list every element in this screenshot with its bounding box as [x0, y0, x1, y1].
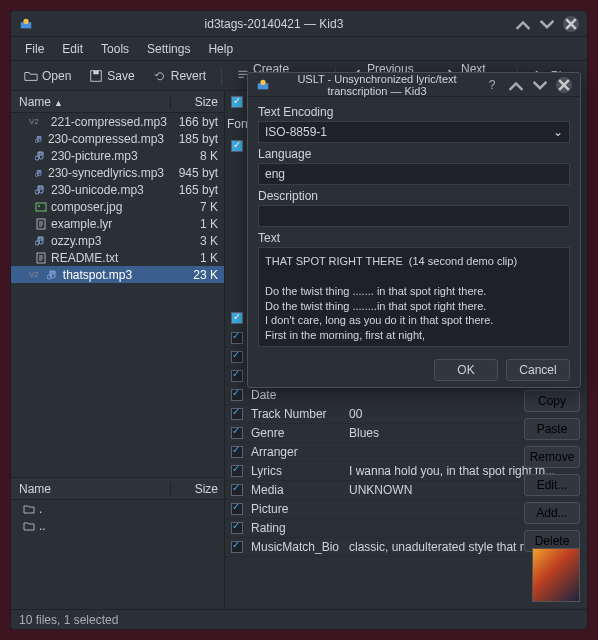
file-name: README.txt: [51, 251, 118, 265]
checkbox[interactable]: [231, 351, 243, 363]
remove-button[interactable]: Remove: [524, 446, 580, 468]
revert-icon: [153, 69, 167, 83]
file-row[interactable]: ozzy.mp33 K: [11, 232, 224, 249]
text-encoding-select[interactable]: ISO-8859-1⌄: [258, 121, 570, 143]
checkbox[interactable]: [231, 484, 243, 496]
header-name[interactable]: Name: [11, 482, 170, 496]
file-table-header[interactable]: Name▲ Size: [11, 91, 224, 113]
file-row[interactable]: V2221-compressed.mp3166 byt: [11, 113, 224, 130]
dir-table-header[interactable]: Name Size: [11, 478, 224, 500]
help-button[interactable]: ?: [484, 77, 500, 93]
header-name[interactable]: Name▲: [11, 95, 170, 109]
file-name: ozzy.mp3: [51, 234, 101, 248]
language-input[interactable]: eng: [258, 163, 570, 185]
svg-rect-3: [94, 70, 99, 74]
cancel-button[interactable]: Cancel: [506, 359, 570, 381]
checkbox[interactable]: [231, 503, 243, 515]
file-icon: [35, 184, 47, 196]
maximize-button[interactable]: [532, 77, 548, 93]
window-title: id3tags-20140421 — Kid3: [41, 17, 507, 31]
tag-name: Track Number: [249, 407, 343, 421]
side-buttons: Copy Paste Remove Edit... Add... Delete: [524, 390, 580, 552]
checkbox[interactable]: [231, 427, 243, 439]
maximize-button[interactable]: [539, 16, 555, 32]
menu-file[interactable]: File: [17, 39, 52, 59]
file-row[interactable]: 230-unicode.mp3165 byt: [11, 181, 224, 198]
file-row[interactable]: README.txt1 K: [11, 249, 224, 266]
paste-button[interactable]: Paste: [524, 418, 580, 440]
file-row[interactable]: 230-compressed.mp3185 byt: [11, 130, 224, 147]
file-icon: [35, 150, 47, 162]
checkbox[interactable]: [231, 541, 243, 553]
album-art[interactable]: [532, 548, 580, 602]
checkbox-icon[interactable]: [231, 96, 243, 108]
svg-point-1: [23, 18, 28, 23]
tag-name: Arranger: [249, 445, 343, 459]
app-icon: [256, 78, 270, 92]
checkbox[interactable]: [231, 522, 243, 534]
edit-button[interactable]: Edit...: [524, 474, 580, 496]
file-name: 221-compressed.mp3: [51, 115, 167, 129]
svg-rect-4: [36, 203, 46, 211]
file-table-body[interactable]: V2221-compressed.mp3166 byt230-compresse…: [11, 113, 224, 477]
file-row[interactable]: V2thatspot.mp323 K: [11, 266, 224, 283]
dialog-titlebar: USLT - Unsynchronized lyric/text transcr…: [248, 73, 580, 97]
file-row[interactable]: example.lyr1 K: [11, 215, 224, 232]
header-size[interactable]: Size: [170, 95, 224, 109]
file-icon: [35, 201, 47, 213]
add-button[interactable]: Add...: [524, 502, 580, 524]
ok-button[interactable]: OK: [434, 359, 498, 381]
chevron-down-icon: ⌄: [553, 125, 563, 139]
text-textarea[interactable]: THAT SPOT RIGHT THERE (14 second demo cl…: [258, 247, 570, 347]
checkbox[interactable]: [231, 389, 243, 401]
file-name: composer.jpg: [51, 200, 122, 214]
file-name: example.lyr: [51, 217, 112, 231]
folder-open-icon: [24, 69, 38, 83]
file-size: 8 K: [170, 149, 224, 163]
tag-name: Lyrics: [249, 464, 343, 478]
checkbox[interactable]: [231, 408, 243, 420]
tag-name: Date: [249, 388, 343, 402]
checkbox[interactable]: [231, 465, 243, 477]
titlebar: id3tags-20140421 — Kid3: [11, 11, 587, 37]
revert-button[interactable]: Revert: [146, 65, 213, 87]
file-size: 945 byt: [170, 166, 224, 180]
checkbox[interactable]: [231, 370, 243, 382]
description-input[interactable]: [258, 205, 570, 227]
dir-table-body[interactable]: ...: [11, 500, 224, 609]
dir-row[interactable]: .: [11, 500, 224, 517]
tag-name: Picture: [249, 502, 343, 516]
file-size: 185 byt: [170, 132, 224, 146]
folder-icon: [23, 503, 35, 515]
file-name: 230-unicode.mp3: [51, 183, 144, 197]
dir-row[interactable]: ..: [11, 517, 224, 534]
open-button[interactable]: Open: [17, 65, 78, 87]
menu-edit[interactable]: Edit: [54, 39, 91, 59]
save-button[interactable]: Save: [82, 65, 141, 87]
file-row[interactable]: composer.jpg7 K: [11, 198, 224, 215]
directory-pane: Name Size ...: [11, 477, 224, 609]
file-row[interactable]: 230-picture.mp38 K: [11, 147, 224, 164]
checkbox[interactable]: [231, 446, 243, 458]
minimize-button[interactable]: [508, 77, 524, 93]
header-size[interactable]: Size: [170, 482, 224, 496]
menu-settings[interactable]: Settings: [139, 39, 198, 59]
file-name: thatspot.mp3: [63, 268, 132, 282]
minimize-button[interactable]: [515, 16, 531, 32]
statusbar: 10 files, 1 selected: [11, 609, 587, 629]
menu-tools[interactable]: Tools: [93, 39, 137, 59]
tag-name: Media: [249, 483, 343, 497]
file-name: 230-compressed.mp3: [48, 132, 164, 146]
file-row[interactable]: 230-syncedlyrics.mp3945 byt: [11, 164, 224, 181]
checkbox[interactable]: [231, 332, 243, 344]
close-button[interactable]: [556, 77, 572, 93]
copy-button[interactable]: Copy: [524, 390, 580, 412]
file-size: 23 K: [170, 268, 224, 282]
close-button[interactable]: [563, 16, 579, 32]
checkbox-icon[interactable]: [231, 312, 243, 324]
dialog-body: Text Encoding ISO-8859-1⌄ Language eng D…: [248, 97, 580, 353]
file-size: 166 byt: [170, 115, 224, 129]
menu-help[interactable]: Help: [200, 39, 241, 59]
checkbox-icon[interactable]: [231, 140, 243, 152]
app-icon: [19, 17, 33, 31]
